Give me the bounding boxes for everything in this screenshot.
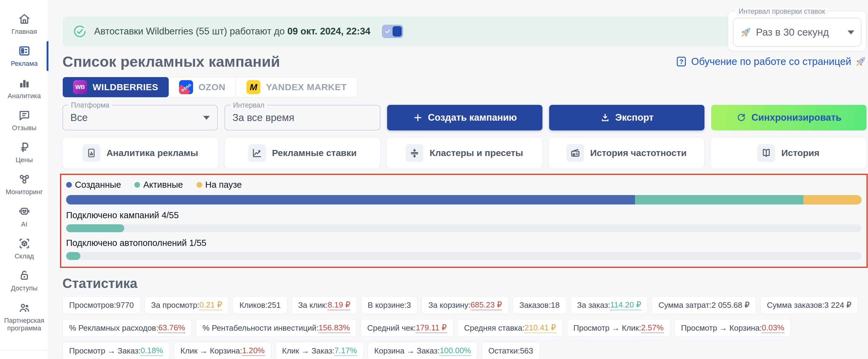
sidebar-item-label: AI (21, 220, 27, 228)
partners-icon (18, 301, 31, 314)
sidebar-item-ads[interactable]: Реклама (0, 40, 49, 72)
tab-ozon[interactable]: ozonOZON (169, 77, 236, 97)
sidebar-item-access[interactable]: Доступы (0, 265, 49, 297)
stat-chip: Сумма заказов:3 224 ₽ (760, 296, 858, 314)
stat-label: Клик → Корзина: (180, 346, 242, 356)
legend-item: Активные (134, 180, 183, 190)
platform-select[interactable]: Платформа Все (62, 105, 218, 130)
tab-ym[interactable]: MYANDEX MARKET (236, 77, 357, 97)
marketplace-tabs: WBWILDBERRIESozonOZONMYANDEX MARKET (62, 77, 358, 97)
chevron-down-icon (847, 30, 854, 34)
tool-book[interactable]: История (711, 137, 866, 169)
export-button[interactable]: Экспорт (549, 105, 705, 130)
stat-chip: Клик → Заказ:7.17% (275, 342, 364, 359)
tools-row: Аналитика рекламыРекламные ставкиКластер… (62, 137, 866, 169)
sync-icon (736, 113, 746, 123)
svg-text:?: ? (679, 58, 683, 65)
platform-select-value: Все (70, 112, 203, 123)
stat-value[interactable]: 210.41 ₽ (524, 323, 556, 333)
monitoring-icon (18, 173, 31, 186)
stat-chip: Просмотр → Корзина:0.03% (674, 319, 791, 337)
tool-radio[interactable]: История частотности (549, 137, 705, 169)
legend-dot (134, 182, 140, 188)
chartCard-icon (83, 144, 100, 162)
radio-icon (566, 144, 584, 162)
progress-fill (66, 252, 81, 260)
tool-label: Аналитика рекламы (106, 148, 198, 158)
ozon-logo: ozon (179, 80, 193, 94)
stat-chip-row: Просмотров:9770За просмотр:0.21 ₽Кликов:… (62, 296, 866, 314)
stat-value: 9770 (116, 300, 134, 310)
stat-value[interactable]: 0.18% (141, 346, 163, 356)
stat-label: Просмотров: (69, 300, 116, 310)
stat-value[interactable]: 8.19 ₽ (328, 300, 350, 310)
stat-label: Кликов: (239, 300, 268, 310)
tool-lineChart[interactable]: Рекламные ставки (224, 137, 380, 169)
sidebar-item-label: Мониторинг (5, 188, 43, 196)
bid-check-interval-select[interactable]: Раз в 30 секунд (733, 18, 861, 47)
tool-label: Рекламные ставки (272, 148, 356, 158)
stat-value[interactable]: 0.03% (762, 323, 784, 333)
create-campaign-button[interactable]: Создать кампанию (387, 105, 542, 130)
stat-label: Просмотр → Клик: (574, 323, 642, 333)
stat-value[interactable]: 156.83% (318, 323, 350, 333)
stat-value[interactable]: 179.11 ₽ (416, 323, 446, 333)
stat-value[interactable]: 0.21 ₽ (199, 300, 222, 310)
sidebar-item-label: Аналитика (8, 92, 41, 100)
autobid-deadline: 09 окт. 2024, 22:34 (287, 26, 370, 36)
tool-label: Кластеры и пресеты (429, 148, 523, 158)
stat-chip: Просмотров:9770 (62, 296, 141, 314)
alignCenter-icon (406, 144, 423, 162)
lineChart-icon (248, 144, 266, 162)
stat-value[interactable]: 2.57% (641, 323, 664, 333)
page-tutorial-label: Обучение по работе со страницей (691, 56, 851, 67)
stat-value[interactable]: 100.00% (440, 346, 471, 356)
autobid-banner-text: Автоставки Wildberries (55 шт) работают … (94, 26, 370, 37)
tab-label: WILDBERRIES (93, 82, 158, 92)
yandex-market-logo: M (246, 80, 260, 94)
page-tutorial-link[interactable]: ? Обучение по работе со страницей (675, 56, 866, 68)
status-bar-segment (803, 195, 862, 205)
stat-chip: В корзине:3 (361, 296, 417, 314)
warehouse-icon (18, 237, 31, 250)
sidebar-item-home[interactable]: Главная (0, 8, 49, 40)
stat-value[interactable]: 7.17% (334, 346, 357, 356)
statistics-chips: Просмотров:9770За просмотр:0.21 ₽Кликов:… (62, 296, 866, 359)
tool-alignCenter[interactable]: Кластеры и пресеты (386, 137, 542, 169)
stat-label: Сумма затрат: (658, 300, 711, 310)
sidebar-item-partners[interactable]: Партнерская программа (0, 297, 49, 337)
stat-chip: Корзина → Заказ:100.00% (368, 342, 478, 359)
sidebar-item-label: Доступы (11, 285, 37, 292)
legend-dot (66, 182, 72, 188)
stat-label: За клик: (298, 300, 328, 310)
stat-value[interactable]: 63.76% (158, 323, 185, 333)
stat-value[interactable]: 114.20 ₽ (610, 300, 641, 310)
sync-label: Синхронизировать (751, 112, 841, 123)
stat-chip: % Рекламных расходов:63.76% (62, 319, 192, 337)
sidebar-item-warehouse[interactable]: Склад (0, 233, 49, 265)
interval-filter-input[interactable]: Интервал За все время (224, 105, 380, 130)
autobid-toggle[interactable] (382, 25, 403, 38)
create-campaign-label: Создать кампанию (428, 112, 517, 123)
bid-check-interval-label: Интервал проверки ставок (736, 7, 828, 16)
prices-icon (18, 141, 31, 154)
stat-chip: Средний чек:179.11 ₽ (361, 319, 454, 337)
sidebar-items: ГлавнаяРекламаАналитикаОтзывыЦеныМонитор… (0, 8, 49, 336)
tool-chartCard[interactable]: Аналитика рекламы (62, 137, 218, 169)
stat-value: 3 (407, 300, 411, 310)
sidebar-item-monitoring[interactable]: Мониторинг (0, 168, 49, 200)
export-label: Экспорт (615, 112, 654, 123)
stat-value[interactable]: 685.23 ₽ (470, 300, 502, 310)
sync-button[interactable]: Синхронизировать (711, 105, 866, 130)
main-content: Автоставки Wildberries (55 шт) работают … (49, 0, 868, 359)
sidebar-item-ai[interactable]: AI (0, 201, 49, 233)
sidebar-item-prices[interactable]: Цены (0, 136, 49, 168)
sidebar-item-label: Главная (11, 28, 37, 35)
tab-wb[interactable]: WBWILDBERRIES (63, 77, 169, 97)
stat-value[interactable]: 1.20% (242, 346, 265, 356)
sidebar-item-label: Реклама (11, 60, 37, 67)
stat-label: Корзина → Заказ: (374, 346, 440, 356)
sidebar-item-analytics[interactable]: Аналитика (0, 72, 49, 104)
progress-fill (66, 224, 124, 232)
sidebar-item-reviews[interactable]: Отзывы (0, 104, 49, 136)
